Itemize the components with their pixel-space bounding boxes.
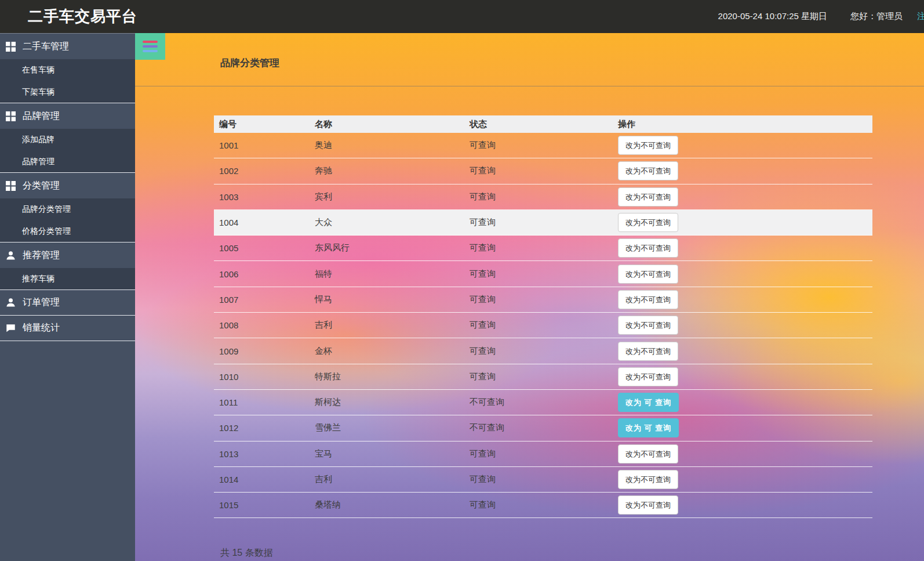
sidebar-item[interactable]: 添加品牌 <box>0 129 135 151</box>
title-divider <box>135 86 924 86</box>
brand-name-cell: 奔驰 <box>310 165 464 176</box>
table-row: 1011 斯柯达 不可查询 改为 可 查询 <box>214 390 872 415</box>
brand-name-cell: 悍马 <box>310 294 464 305</box>
sidebar-nav: 二手车管理 在售车辆 下架车辆 <box>0 33 135 561</box>
logout-link[interactable]: 注销 <box>917 11 924 22</box>
toggle-status-button[interactable]: 改为不可查询 <box>618 495 678 515</box>
brand-id-cell: 1005 <box>214 243 310 253</box>
brand-status-cell: 可查询 <box>464 269 613 280</box>
brand-action-cell: 改为不可查询 <box>613 187 872 207</box>
sidebar-item-label: 二手车管理 <box>23 41 69 53</box>
brand-action-cell: 改为不可查询 <box>613 342 872 361</box>
brand-status-cell: 不可查询 <box>464 397 613 408</box>
brand-id-cell: 1014 <box>214 475 310 484</box>
top-bar: 二手车交易平台 2020-05-24 10:07:25 星期日 您好：管理员 注… <box>0 0 924 33</box>
table-row: 1009 金杯 可查询 改为不可查询 <box>214 338 872 364</box>
grid-icon <box>6 111 16 121</box>
toggle-status-button[interactable]: 改为 可 查询 <box>618 393 679 412</box>
brand-status-cell: 可查询 <box>464 371 613 382</box>
brand-status-cell: 可查询 <box>464 191 613 202</box>
brand-id-cell: 1010 <box>214 372 310 382</box>
sidebar-item[interactable]: 销量统计 <box>0 316 135 341</box>
brand-status-cell: 可查询 <box>464 448 613 459</box>
brand-name-cell: 奥迪 <box>310 140 464 151</box>
toggle-status-button[interactable]: 改为不可查询 <box>618 290 678 309</box>
table-row: 1010 特斯拉 可查询 改为不可查询 <box>214 364 872 390</box>
brand-name-cell: 雪佛兰 <box>310 422 464 433</box>
brand-name-cell: 福特 <box>310 269 464 280</box>
toggle-status-button[interactable]: 改为不可查询 <box>618 444 678 464</box>
toggle-status-button[interactable]: 改为不可查询 <box>618 161 678 180</box>
brand-action-cell: 改为不可查询 <box>613 316 872 335</box>
toggle-status-button[interactable]: 改为不可查询 <box>618 316 678 335</box>
sidebar-item[interactable]: 品牌分类管理 <box>0 198 135 220</box>
toggle-status-button[interactable]: 改为不可查询 <box>618 265 678 284</box>
toggle-status-button[interactable]: 改为不可查询 <box>618 342 678 361</box>
table-body: 1001 奥迪 可查询 改为不可查询 1002 奔驰 可查询 改为不可查询 10… <box>214 133 872 518</box>
brand-status-cell: 可查询 <box>464 243 613 254</box>
sidebar-item[interactable]: 品牌管理 <box>0 151 135 173</box>
brand-id-cell: 1011 <box>214 397 310 407</box>
brand-id-cell: 1003 <box>214 192 310 202</box>
brand-action-cell: 改为不可查询 <box>613 470 872 489</box>
toggle-status-button[interactable]: 改为不可查询 <box>618 367 678 386</box>
table-row: 1006 福特 可查询 改为不可查询 <box>214 261 872 287</box>
sidebar-toggle-button[interactable] <box>135 33 165 60</box>
sidebar-item-label: 推荐管理 <box>23 249 60 262</box>
sidebar-item-label: 在售车辆 <box>22 65 54 75</box>
grid-icon <box>6 181 16 191</box>
toggle-status-button[interactable]: 改为 可 查询 <box>618 418 679 437</box>
brand-action-cell: 改为不可查询 <box>613 265 872 284</box>
brand-id-cell: 1013 <box>214 449 310 459</box>
sidebar-item[interactable]: 推荐管理 <box>0 243 135 268</box>
toggle-status-button[interactable]: 改为不可查询 <box>618 238 678 258</box>
sidebar-item-label: 订单管理 <box>23 296 60 309</box>
sidebar-item[interactable]: 下架车辆 <box>0 81 135 103</box>
column-header-status: 状态 <box>464 119 613 130</box>
toggle-status-button[interactable]: 改为不可查询 <box>618 136 678 155</box>
menu-icon-bar <box>143 45 158 48</box>
brand-name-cell: 吉利 <box>310 474 464 485</box>
sidebar-item-label: 推荐车辆 <box>22 274 54 284</box>
total-count-label: 共 15 条数据 <box>220 547 273 559</box>
brand-status-cell: 可查询 <box>464 294 613 305</box>
brand-status-cell: 可查询 <box>464 500 613 511</box>
sidebar-item-label: 销量统计 <box>23 322 60 334</box>
brand-category-table: 编号 名称 状态 操作 1001 奥迪 可查询 改为不可查询 1002 奔驰 可… <box>214 115 872 518</box>
table-row: 1015 桑塔纳 可查询 改为不可查询 <box>214 493 872 518</box>
sidebar-item[interactable]: 价格分类管理 <box>0 220 135 243</box>
sidebar-item-label: 价格分类管理 <box>22 226 71 237</box>
brand-action-cell: 改为不可查询 <box>613 161 872 180</box>
sidebar-item[interactable]: 分类管理 <box>0 173 135 198</box>
brand-id-cell: 1009 <box>214 346 310 356</box>
page-title: 品牌分类管理 <box>220 56 279 70</box>
brand-status-cell: 可查询 <box>464 320 613 331</box>
brand-id-cell: 1015 <box>214 500 310 510</box>
sidebar-item[interactable]: 二手车管理 <box>0 34 135 59</box>
sidebar-item[interactable]: 品牌管理 <box>0 103 135 129</box>
brand-action-cell: 改为 可 查询 <box>613 393 872 412</box>
brand-name-cell: 桑塔纳 <box>310 500 464 511</box>
sidebar-item[interactable]: 在售车辆 <box>0 59 135 81</box>
user-icon <box>6 251 16 260</box>
grid-icon <box>6 42 16 52</box>
sidebar-item[interactable]: 推荐车辆 <box>0 268 135 290</box>
brand-id-cell: 1001 <box>214 140 310 150</box>
toggle-status-button[interactable]: 改为不可查询 <box>618 187 678 207</box>
table-row: 1005 东风风行 可查询 改为不可查询 <box>214 236 872 261</box>
brand-name-cell: 宾利 <box>310 191 464 202</box>
brand-id-cell: 1002 <box>214 166 310 176</box>
brand-status-cell: 不可查询 <box>464 422 613 433</box>
toggle-status-button[interactable]: 改为不可查询 <box>618 470 678 489</box>
toggle-status-button[interactable]: 改为不可查询 <box>618 213 678 232</box>
sidebar-item-label: 品牌分类管理 <box>22 204 71 215</box>
column-header-name: 名称 <box>310 119 464 130</box>
sidebar-item[interactable]: 订单管理 <box>0 290 135 316</box>
brand-action-cell: 改为不可查询 <box>613 367 872 386</box>
table-row: 1013 宝马 可查询 改为不可查询 <box>214 441 872 467</box>
brand-id-cell: 1012 <box>214 423 310 433</box>
brand-id-cell: 1004 <box>214 218 310 227</box>
brand-action-cell: 改为不可查询 <box>613 290 872 309</box>
user-icon <box>6 298 16 307</box>
table-row: 1004 大众 可查询 改为不可查询 <box>214 210 872 236</box>
